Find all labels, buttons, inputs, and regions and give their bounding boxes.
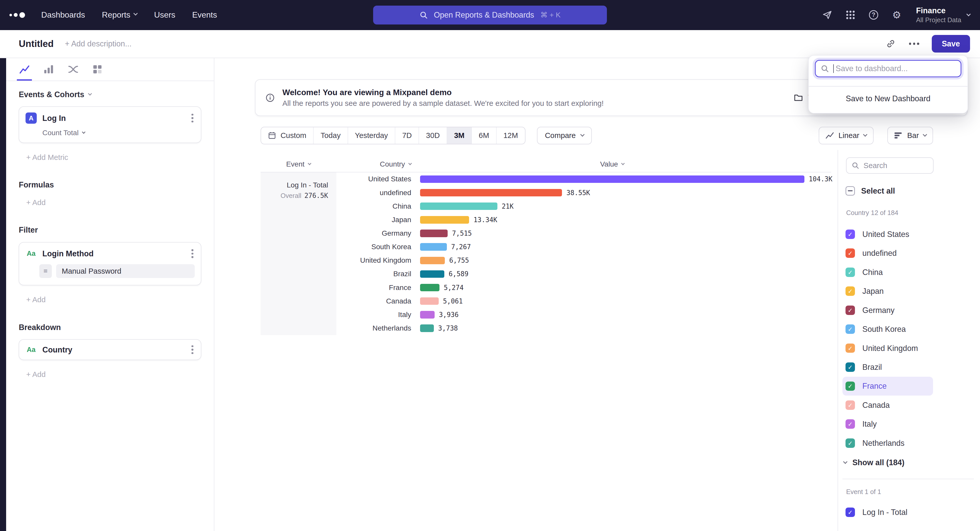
add-description[interactable]: + Add description... xyxy=(65,39,131,48)
country-checkbox[interactable]: ✓ xyxy=(845,419,855,429)
column-header-country[interactable]: Country xyxy=(336,156,411,173)
country-filter-row-united-states[interactable]: ✓United States xyxy=(842,225,933,244)
country-filter-row-china[interactable]: ✓China xyxy=(842,263,933,282)
nav-item-dashboards[interactable]: Dashboards xyxy=(41,10,85,20)
country-checkbox[interactable]: ✓ xyxy=(845,230,855,239)
show-all-button[interactable]: Show all (184) xyxy=(838,454,980,471)
country-filter-row-france[interactable]: ✓France xyxy=(842,377,933,396)
tab-funnels[interactable] xyxy=(41,58,56,81)
nav-item-reports[interactable]: Reports xyxy=(102,10,137,20)
date-range-30d[interactable]: 30D xyxy=(419,127,447,144)
filter-menu-icon[interactable] xyxy=(190,248,194,259)
country-checkbox[interactable]: ✓ xyxy=(845,400,855,410)
project-switcher[interactable]: Finance All Project Data xyxy=(916,6,970,24)
events-cohorts-section-title[interactable]: Events & Cohorts xyxy=(19,90,201,99)
date-range-today[interactable]: Today xyxy=(313,127,348,144)
breakdown-card[interactable]: Aa Country xyxy=(19,339,201,360)
bar-segment[interactable] xyxy=(420,257,445,264)
compare-button[interactable]: Compare xyxy=(537,127,592,144)
country-checkbox[interactable]: ✓ xyxy=(845,249,855,258)
bar-value-label: 21K xyxy=(502,203,514,210)
country-checkbox[interactable]: ✓ xyxy=(845,268,855,277)
date-range-3m[interactable]: 3M xyxy=(447,127,472,144)
add-metric-button[interactable]: + Add Metric xyxy=(26,153,201,162)
bar-segment[interactable] xyxy=(420,189,562,197)
country-filter-row-brazil[interactable]: ✓Brazil xyxy=(842,358,933,376)
bar-segment[interactable] xyxy=(420,284,439,291)
country-checkbox[interactable]: ✓ xyxy=(845,382,855,391)
country-checkbox[interactable]: ✓ xyxy=(845,306,855,315)
metric-aggregation[interactable]: Count Total xyxy=(42,129,194,137)
event-filter-row[interactable]: ✓ Log In - Total xyxy=(842,503,974,521)
save-dashboard-search-input[interactable]: Save to dashboard... xyxy=(815,60,961,78)
folder-icon xyxy=(794,93,803,103)
tab-insights[interactable] xyxy=(17,58,32,81)
add-formula-button[interactable]: + Add xyxy=(26,198,201,207)
date-range-7d[interactable]: 7D xyxy=(395,127,419,144)
metric-menu-icon[interactable] xyxy=(190,113,194,124)
country-checkbox[interactable]: ✓ xyxy=(845,362,855,372)
country-checkbox[interactable]: ✓ xyxy=(845,344,855,353)
bar-segment[interactable] xyxy=(420,216,469,223)
share-icon[interactable] xyxy=(822,10,833,21)
more-options-icon[interactable] xyxy=(909,43,919,45)
country-filter-row-canada[interactable]: ✓Canada xyxy=(842,396,933,414)
filter-value[interactable]: Manual Password xyxy=(56,264,195,278)
help-icon[interactable]: ? xyxy=(868,10,879,21)
bar-segment[interactable] xyxy=(420,230,448,237)
metric-event-name[interactable]: Log In xyxy=(42,114,66,123)
tab-flows[interactable] xyxy=(65,58,81,81)
filter-property-name[interactable]: Login Method xyxy=(42,249,94,258)
bar-segment[interactable] xyxy=(420,311,434,318)
panel-search-input[interactable]: Search xyxy=(846,157,934,174)
country-filter-row-italy[interactable]: ✓Italy xyxy=(842,415,933,434)
nav-item-users[interactable]: Users xyxy=(154,10,175,20)
add-filter-button[interactable]: + Add xyxy=(26,295,201,304)
date-range-yesterday[interactable]: Yesterday xyxy=(348,127,395,144)
country-filter-row-japan[interactable]: ✓Japan xyxy=(842,282,933,301)
save-button[interactable]: Save xyxy=(932,35,970,52)
add-breakdown-button[interactable]: + Add xyxy=(26,370,201,379)
country-filter-row-united-kingdom[interactable]: ✓United Kingdom xyxy=(842,339,933,358)
bar-segment[interactable] xyxy=(420,297,439,305)
event-checkbox[interactable]: ✓ xyxy=(845,507,855,517)
country-filter-row-undefined[interactable]: ✓undefined xyxy=(842,244,933,263)
country-filter-row-netherlands[interactable]: ✓Netherlands xyxy=(842,434,933,452)
apps-grid-icon[interactable] xyxy=(845,10,856,21)
mixpanel-logo-icon[interactable] xyxy=(10,12,25,18)
select-all-checkbox[interactable] xyxy=(845,186,855,196)
date-range-custom[interactable]: Custom xyxy=(261,127,313,144)
project-name: Finance xyxy=(916,6,961,15)
nav-item-events[interactable]: Events xyxy=(192,10,217,20)
date-range-12m[interactable]: 12M xyxy=(496,127,525,144)
bar-segment[interactable] xyxy=(420,324,434,332)
line-type-select[interactable]: Linear xyxy=(819,127,873,144)
bar-segment[interactable] xyxy=(420,270,444,278)
filter-card[interactable]: Aa Login Method = Manual Password xyxy=(19,242,201,285)
mixpanel-insights-report: DashboardsReportsUsersEvents Open Report… xyxy=(0,0,980,531)
country-label: Brazil xyxy=(862,363,882,372)
column-header-value[interactable]: Value xyxy=(420,156,804,173)
bar-segment[interactable] xyxy=(420,203,497,210)
bar-segment[interactable] xyxy=(420,243,447,250)
bar-segment[interactable] xyxy=(420,176,804,183)
filter-operator[interactable]: = xyxy=(39,264,52,278)
settings-gear-icon[interactable]: ⚙ xyxy=(891,10,902,21)
country-checkbox[interactable]: ✓ xyxy=(845,287,855,296)
country-filter-row-south-korea[interactable]: ✓South Korea xyxy=(842,320,933,338)
global-search-button[interactable]: Open Reports & Dashboards ⌘ + K xyxy=(373,6,607,24)
report-title[interactable]: Untitled xyxy=(19,38,54,49)
chart-type-select[interactable]: Bar xyxy=(887,127,933,144)
breakdown-property-name[interactable]: Country xyxy=(42,346,72,354)
copy-link-icon[interactable] xyxy=(885,38,897,49)
country-checkbox[interactable]: ✓ xyxy=(845,438,855,448)
breakdown-menu-icon[interactable] xyxy=(190,344,194,355)
select-all-row[interactable]: Select all xyxy=(838,186,980,196)
metric-card[interactable]: A Log In Count Total xyxy=(19,106,201,143)
save-to-new-dashboard-item[interactable]: Save to New Dashboard xyxy=(809,87,968,111)
tab-retention[interactable] xyxy=(90,58,105,81)
column-header-event[interactable]: Event xyxy=(261,156,336,173)
date-range-6m[interactable]: 6M xyxy=(472,127,496,144)
country-filter-row-germany[interactable]: ✓Germany xyxy=(842,301,933,320)
country-checkbox[interactable]: ✓ xyxy=(845,324,855,334)
